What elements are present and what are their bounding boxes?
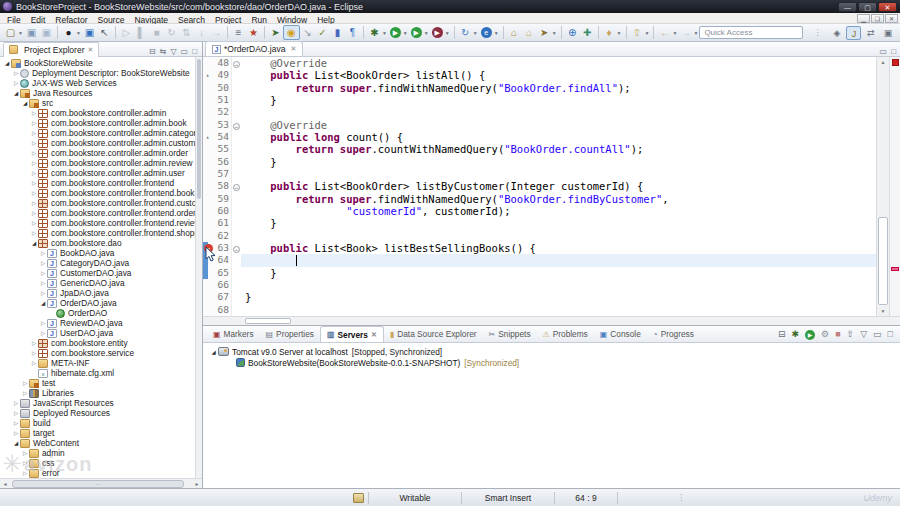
close-button[interactable]: ✕ [878,2,897,12]
expand-arrow-icon[interactable]: ▷ [39,330,47,336]
tree-item[interactable]: ▷com.bookstore.service [0,348,195,358]
code-text[interactable]: public List<BookOrder> listByCustomer(In… [241,180,876,192]
show-view-icon[interactable]: ≡ [231,25,246,40]
error-position-mark[interactable] [891,267,899,271]
expand-arrow-icon[interactable]: ▷ [21,460,29,466]
publish-server-icon[interactable]: ⇧ [844,329,858,339]
tree-item[interactable]: ▷JUserDAO.java [0,328,195,338]
expand-arrow-icon[interactable]: ▷ [30,210,38,216]
scroll-left-icon[interactable]: ◂ [0,480,10,487]
code-text[interactable] [241,106,876,118]
tree-item[interactable]: ▷admin [0,448,195,458]
stop-server-icon[interactable]: ■ [832,329,843,339]
overview-ruler[interactable] [889,57,900,316]
project-explorer-tab[interactable]: Project Explorer ✕ [3,42,99,57]
suspend-icon[interactable]: ▌ [134,25,149,40]
child-close-button[interactable]: ✕ [885,14,898,23]
tree-item[interactable]: ▷com.bookstore.controller.admin.user [0,168,195,178]
expand-arrow-icon[interactable]: ▷ [30,230,38,236]
expand-arrow-icon[interactable]: ▷ [30,120,38,126]
expand-arrow-icon[interactable]: ▷ [39,290,47,296]
expand-arrow-icon[interactable]: ▷ [21,450,29,456]
debug-icon[interactable]: ✱▼ [367,25,388,40]
next-annotation-icon[interactable]: ↘ [300,25,315,40]
collapse-arrow-icon[interactable]: ◢ [12,440,20,446]
error-summary-icon[interactable] [892,59,899,66]
fold-collapse-icon[interactable]: − [231,57,241,69]
expand-arrow-icon[interactable]: ▷ [30,180,38,186]
expand-arrow-icon[interactable]: ▷ [39,270,47,276]
expand-arrow-icon[interactable]: ▷ [21,470,29,476]
step-over-icon[interactable]: → [209,25,224,40]
tree-item[interactable]: ▷Deployed Resources [0,408,195,418]
server-row[interactable]: BookStoreWebsite(BookStoreWebsite-0.0.1-… [209,357,900,368]
internet-browser-icon[interactable]: e▼ [479,25,500,40]
minimize-button[interactable]: — [838,2,857,12]
tree-item[interactable]: ▷JJpaDAO.java [0,288,195,298]
tree-item[interactable]: ▷com.bookstore.controller.admin.order [0,148,195,158]
show-whitespace-icon[interactable]: ¶ [345,25,360,40]
code-text[interactable]: return super.findWithNamedQuery("BookOrd… [241,193,876,205]
tree-item[interactable]: ▷Deployment Descriptor: BookStoreWebsite [0,68,195,78]
expand-arrow-icon[interactable]: ▷ [30,130,38,136]
code-text[interactable]: } [241,291,876,303]
code-text[interactable]: } [241,94,876,106]
debug-server-icon[interactable]: ✱ [789,329,803,339]
child-minimize-button[interactable]: ▁ [857,14,870,23]
save-icon[interactable]: ▣ [24,25,39,40]
expand-arrow-icon[interactable]: ▷ [12,70,20,76]
java-ee-perspective-icon[interactable]: J [846,26,861,40]
code-text[interactable] [241,230,876,242]
tree-item[interactable]: OrderDAO [0,308,195,318]
code-text[interactable]: @Override [241,57,876,69]
tab-servers[interactable]: ▥Servers✕ [320,326,384,342]
save-all-icon[interactable]: ▣ [39,25,54,40]
selection-pointer-icon[interactable]: ↖ [97,25,112,40]
tree-item[interactable]: ◢src [0,98,195,108]
tree-item[interactable]: ▷target [0,428,195,438]
collapse-arrow-icon[interactable]: ◢ [39,300,47,306]
open-web-browser-icon[interactable]: ▣ [82,25,97,40]
profile-icon[interactable]: ▶▼ [430,25,451,40]
expand-arrow-icon[interactable]: ▷ [30,150,38,156]
new-wizard-icon[interactable]: ▢▼ [3,25,24,40]
expand-arrow-icon[interactable]: ▷ [39,320,47,326]
tree-item[interactable]: ◢BookStoreWebsite [0,58,195,68]
terminate-icon[interactable]: ■ [149,25,164,40]
tree-item[interactable]: ◢Java Resources [0,88,195,98]
expand-arrow-icon[interactable]: ▷ [12,400,20,406]
tree-item[interactable]: ▷com.bookstore.controller.frontend.revie… [0,218,195,228]
tree-item[interactable]: ▷META-INF [0,358,195,368]
expand-arrow-icon[interactable]: ▷ [39,280,47,286]
code-text[interactable]: } [241,267,876,279]
tree-item[interactable]: ▷error [0,468,195,478]
minimize-view-icon[interactable]: ▭ [870,329,885,339]
expand-arrow-icon[interactable]: ▷ [12,420,20,426]
tree-item[interactable]: ▷com.bookstore.controller.admin.customer [0,138,195,148]
explorer-hscrollbar[interactable]: ◂ ⋯ ▸ [0,478,202,488]
minimize-view-icon[interactable]: ▭ [179,47,191,56]
collapse-arrow-icon[interactable]: ◢ [12,90,20,96]
collapse-all-icon[interactable]: ⊟ [775,329,789,339]
expand-arrow-icon[interactable]: ▷ [30,200,38,206]
tree-item[interactable]: ▷com.bookstore.controller.admin [0,108,195,118]
tree-item[interactable]: ▷com.bookstore.entity [0,338,195,348]
tab-snippets[interactable]: ✂Snippets [483,326,537,342]
close-view-icon[interactable]: ✕ [87,46,93,54]
explorer-vscrollbar[interactable] [195,57,202,478]
tree-item[interactable]: ▷com.bookstore.controller.admin.book [0,118,195,128]
tree-item[interactable]: ◢JOrderDAO.java [0,298,195,308]
editor-maximize-icon[interactable]: □ [889,47,898,56]
back-history-icon[interactable]: ←▼ [657,25,678,40]
expand-arrow-icon[interactable]: ▷ [12,410,20,416]
code-text[interactable] [241,279,876,291]
expand-arrow-icon[interactable]: ▷ [30,110,38,116]
expand-arrow-icon[interactable]: ▷ [21,390,29,396]
expand-arrow-icon[interactable]: ▷ [39,250,47,256]
tab-progress[interactable]: ◔Progress [647,326,700,342]
tree-item[interactable]: ▷com.bookstore.controller.admin.review [0,158,195,168]
code-text[interactable]: } [241,217,876,229]
expand-arrow-icon[interactable]: ▷ [12,80,20,86]
mark-occurrences-icon[interactable]: ◉ [283,25,300,40]
code-text[interactable]: return super.findWithNamedQuery("BookOrd… [241,82,876,94]
